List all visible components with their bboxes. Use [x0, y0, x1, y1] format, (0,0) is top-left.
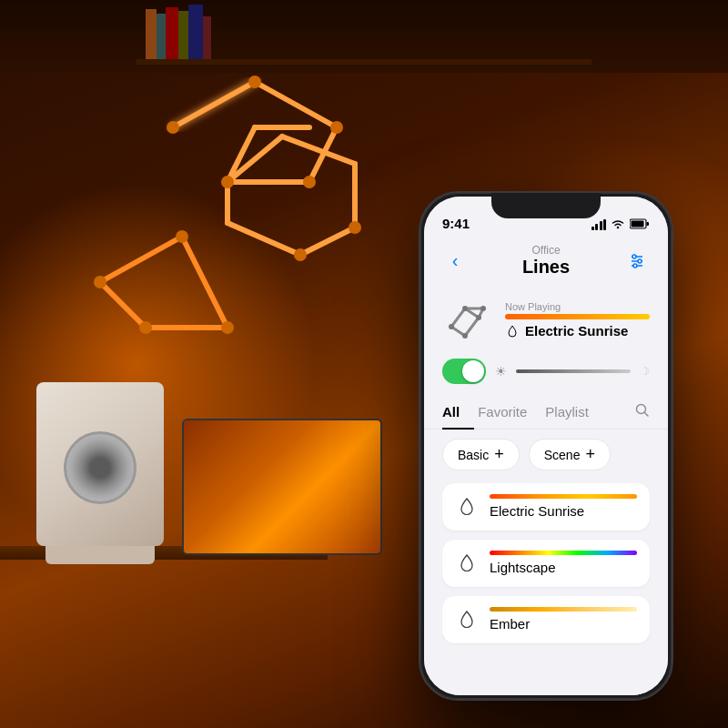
- svg-point-49: [449, 324, 454, 329]
- lightscape-name: Lightscape: [490, 560, 556, 575]
- lightscape-gradient: [490, 551, 637, 555]
- basic-scene-button[interactable]: Basic +: [442, 439, 520, 470]
- svg-point-53: [480, 306, 486, 311]
- brightness-high-icon: ☽: [640, 365, 650, 378]
- scene-buttons-row: Basic + Scene +: [424, 430, 668, 480]
- bookshelf: [0, 0, 728, 73]
- page-title: Office Lines: [522, 244, 570, 278]
- signal-bar-2: [595, 224, 598, 230]
- svg-rect-35: [632, 221, 644, 228]
- settings-button[interactable]: [624, 248, 650, 274]
- svg-rect-29: [166, 7, 178, 59]
- svg-point-24: [303, 176, 316, 188]
- svg-line-45: [465, 318, 479, 336]
- svg-rect-28: [157, 14, 166, 59]
- svg-point-20: [167, 121, 179, 134]
- light-list: Electric Sunrise Lightscape: [424, 480, 668, 695]
- phone: 9:41: [419, 191, 673, 701]
- location-label: Office: [522, 244, 570, 257]
- svg-line-10: [228, 223, 300, 255]
- svg-rect-27: [146, 9, 157, 59]
- now-playing-label: Now Playing: [505, 301, 650, 312]
- wall-light-decoration: [27, 55, 373, 419]
- svg-point-26: [294, 248, 307, 261]
- svg-point-23: [221, 176, 234, 188]
- svg-point-18: [221, 321, 234, 334]
- now-playing-gradient-bar: [505, 314, 650, 319]
- scene-label: Scene: [544, 448, 581, 462]
- svg-line-13: [182, 237, 228, 328]
- svg-point-52: [462, 333, 468, 339]
- light-item-ember[interactable]: Ember: [442, 596, 650, 643]
- signal-bar-4: [603, 219, 606, 230]
- monitor-screen: [184, 420, 380, 553]
- svg-point-16: [94, 276, 106, 288]
- svg-line-12: [100, 237, 182, 282]
- svg-line-9: [300, 228, 355, 255]
- svg-point-50: [462, 306, 468, 311]
- svg-point-42: [633, 264, 637, 268]
- svg-rect-36: [647, 222, 650, 226]
- light-item-lightscape[interactable]: Lightscape: [442, 540, 650, 587]
- lightscape-info: Lightscape: [490, 551, 637, 576]
- svg-point-40: [638, 259, 642, 263]
- basic-plus-icon: +: [494, 445, 504, 464]
- scene-plus-icon: +: [585, 445, 595, 464]
- monitor: [182, 419, 382, 555]
- svg-line-55: [645, 412, 649, 416]
- back-button[interactable]: ‹: [442, 248, 468, 274]
- electric-sunrise-gradient: [490, 494, 637, 499]
- signal-bar-1: [592, 227, 594, 230]
- toggle-knob: [462, 360, 484, 382]
- light-item-electric-sunrise[interactable]: Electric Sunrise: [442, 483, 650, 531]
- droplet-icon: [505, 324, 520, 339]
- navigation-header: ‹ Office Lines: [424, 237, 668, 288]
- signal-bar-3: [600, 221, 602, 230]
- svg-point-22: [330, 121, 343, 134]
- svg-point-25: [349, 221, 361, 234]
- svg-point-19: [139, 321, 152, 334]
- wifi-icon: [611, 218, 625, 231]
- scene-scene-button[interactable]: Scene +: [529, 439, 611, 470]
- speaker: [36, 382, 164, 546]
- now-playing-title: Electric Sunrise: [525, 323, 628, 339]
- svg-point-21: [248, 76, 261, 88]
- svg-rect-32: [203, 16, 211, 59]
- svg-line-1: [255, 82, 337, 127]
- ember-info: Ember: [490, 607, 637, 632]
- svg-line-15: [100, 282, 146, 328]
- status-icons: [592, 218, 651, 231]
- now-playing-section: Now Playing Electric Sunrise: [424, 288, 668, 351]
- status-time: 9:41: [442, 216, 470, 231]
- battery-icon: [630, 218, 650, 231]
- phone-screen: 9:41: [424, 197, 668, 695]
- tab-playlist[interactable]: Playlist: [545, 395, 603, 429]
- droplet-icon-ember: [455, 608, 479, 632]
- brightness-slider[interactable]: [516, 369, 631, 373]
- now-playing-info: Now Playing Electric Sunrise: [505, 301, 650, 339]
- tab-all[interactable]: All: [442, 395, 474, 429]
- svg-point-51: [476, 315, 481, 320]
- signal-bars-icon: [592, 219, 607, 230]
- svg-point-38: [632, 255, 636, 258]
- svg-rect-30: [178, 11, 188, 59]
- svg-rect-31: [188, 5, 203, 59]
- speaker-base: [46, 546, 155, 564]
- power-toggle[interactable]: [442, 359, 486, 384]
- svg-rect-33: [136, 59, 592, 65]
- svg-line-43: [451, 308, 465, 327]
- search-icon[interactable]: [635, 403, 650, 421]
- droplet-icon-lightscape: [455, 551, 479, 575]
- phone-notch: [491, 193, 601, 218]
- tabs-row: All Favorite Playlist: [424, 395, 668, 430]
- brightness-low-icon: ☀: [495, 364, 507, 379]
- electric-sunrise-info: Electric Sunrise: [490, 494, 637, 520]
- basic-label: Basic: [458, 448, 489, 462]
- phone-body: 9:41: [419, 191, 673, 701]
- tab-favorite[interactable]: Favorite: [478, 395, 541, 429]
- electric-sunrise-name: Electric Sunrise: [490, 503, 584, 519]
- droplet-icon-electric: [455, 495, 479, 519]
- ember-gradient: [490, 607, 637, 612]
- svg-line-0: [173, 82, 255, 127]
- svg-point-17: [176, 230, 188, 243]
